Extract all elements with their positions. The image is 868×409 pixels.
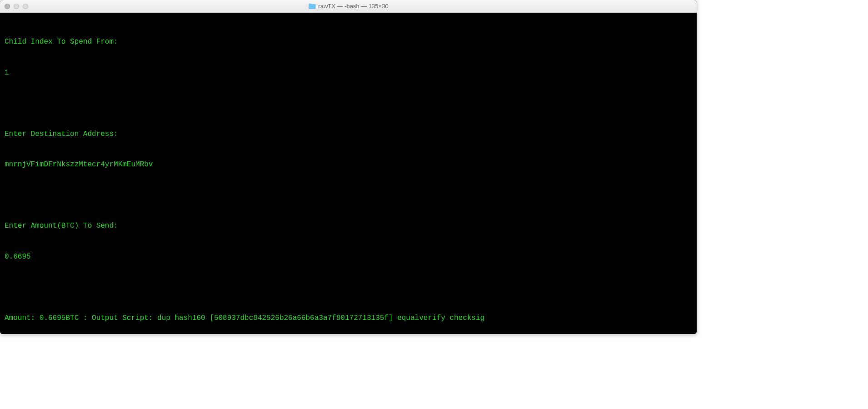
terminal-body[interactable]: Child Index To Spend From: 1 Enter Desti… (0, 13, 697, 334)
minimize-button[interactable] (14, 4, 19, 9)
terminal-line: Enter Destination Address: (5, 129, 692, 140)
titlebar[interactable]: rawTX — -bash — 135×30 (0, 0, 697, 13)
terminal-line: 1 (5, 68, 692, 78)
terminal-line: Enter Amount(BTC) To Send: (5, 221, 692, 231)
terminal-line: Child Index To Spend From: (5, 37, 692, 47)
folder-icon (308, 3, 315, 9)
terminal-line: mnrnjVFimDFrNkszzMtecr4yrMKmEuMRbv (5, 160, 692, 170)
terminal-line: Amount: 0.6695BTC : Output Script: dup h… (5, 313, 692, 324)
terminal-line (5, 98, 692, 109)
window-title: rawTX — -bash — 135×30 (318, 3, 388, 10)
window-title-area: rawTX — -bash — 135×30 (308, 3, 388, 10)
close-button[interactable] (5, 4, 10, 9)
maximize-button[interactable] (23, 4, 28, 9)
terminal-line: 0.6695 (5, 252, 692, 262)
terminal-line (5, 282, 692, 293)
terminal-window: rawTX — -bash — 135×30 Child Index To Sp… (0, 0, 697, 334)
terminal-line (5, 190, 692, 201)
traffic-lights (5, 4, 28, 9)
